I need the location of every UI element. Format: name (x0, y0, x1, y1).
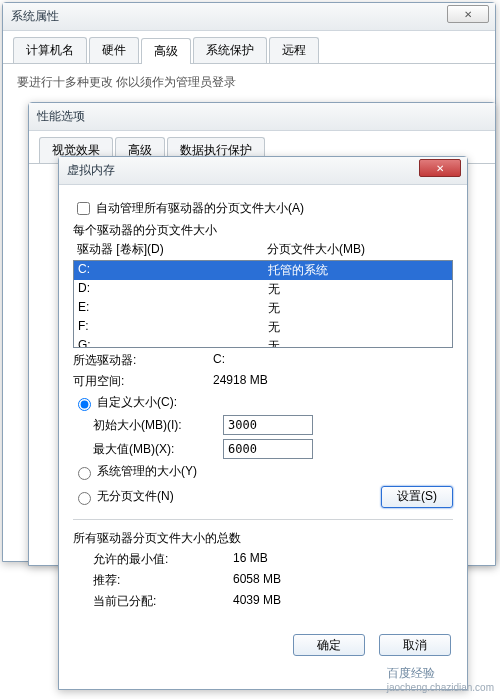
drive-row[interactable]: D:无 (74, 280, 452, 299)
drive-paging-value: 无 (268, 281, 448, 298)
auto-manage-checkbox[interactable] (77, 202, 90, 215)
tab-remote[interactable]: 远程 (269, 37, 319, 63)
available-space-label: 可用空间: (73, 373, 213, 390)
drive-letter: E: (78, 300, 268, 317)
drive-paging-value: 无 (268, 300, 448, 317)
sysprops-tabs: 计算机名 硬件 高级 系统保护 远程 (3, 31, 495, 64)
header-drive: 驱动器 [卷标](D) (77, 241, 267, 258)
vm-title: 虚拟内存 (67, 162, 115, 179)
drive-list-header: 驱动器 [卷标](D) 分页文件大小(MB) (73, 239, 453, 260)
allocated-row: 当前已分配: 4039 MB (93, 593, 453, 610)
sysprops-body: 要进行十多种更改 你以须作为管理员登录 (3, 64, 495, 101)
no-paging-row: 无分页文件(N) (73, 488, 174, 505)
max-size-input[interactable] (223, 439, 313, 459)
admin-note: 要进行十多种更改 你以须作为管理员登录 (17, 74, 481, 91)
recommended-label: 推荐: (93, 572, 233, 589)
custom-size-row: 自定义大小(C): (73, 394, 453, 411)
min-allowed-label: 允许的最小值: (93, 551, 233, 568)
min-allowed-row: 允许的最小值: 16 MB (93, 551, 453, 568)
perf-titlebar: 性能选项 (29, 103, 495, 131)
initial-size-input[interactable] (223, 415, 313, 435)
cancel-button[interactable]: 取消 (379, 634, 451, 656)
custom-size-label: 自定义大小(C): (97, 394, 177, 411)
drive-row[interactable]: E:无 (74, 299, 452, 318)
selected-drive-row: 所选驱动器: C: (73, 352, 453, 369)
set-button[interactable]: 设置(S) (381, 486, 453, 508)
initial-size-label: 初始大小(MB)(I): (93, 417, 223, 434)
no-paging-radio[interactable] (78, 492, 91, 505)
drive-row[interactable]: C:托管的系统 (74, 261, 452, 280)
tab-hardware[interactable]: 硬件 (89, 37, 139, 63)
max-size-row: 最大值(MB)(X): (93, 439, 453, 459)
selected-drive-label: 所选驱动器: (73, 352, 213, 369)
sysprops-titlebar: 系统属性 ✕ (3, 3, 495, 31)
custom-size-radio[interactable] (78, 398, 91, 411)
per-drive-label: 每个驱动器的分页文件大小 (73, 222, 453, 239)
sysprops-title: 系统属性 (11, 8, 59, 25)
system-managed-row: 系统管理的大小(Y) (73, 463, 453, 480)
drive-letter: C: (78, 262, 268, 279)
separator (73, 519, 453, 520)
drive-letter: F: (78, 319, 268, 336)
system-managed-radio[interactable] (78, 467, 91, 480)
perf-title: 性能选项 (37, 108, 85, 125)
vm-body: 自动管理所有驱动器的分页文件大小(A) 每个驱动器的分页文件大小 驱动器 [卷标… (59, 185, 467, 624)
drive-paging-value: 无 (268, 319, 448, 336)
vm-button-row: 确定 取消 (59, 624, 467, 666)
allocated-label: 当前已分配: (93, 593, 233, 610)
drive-paging-value: 无 (268, 338, 448, 348)
header-size: 分页文件大小(MB) (267, 241, 365, 258)
close-icon[interactable]: ✕ (447, 5, 489, 23)
drive-row[interactable]: F:无 (74, 318, 452, 337)
drive-paging-value: 托管的系统 (268, 262, 448, 279)
close-icon[interactable]: ✕ (419, 159, 461, 177)
available-space-row: 可用空间: 24918 MB (73, 373, 453, 390)
allocated-value: 4039 MB (233, 593, 281, 610)
drive-letter: G: (78, 338, 268, 348)
tab-computer-name[interactable]: 计算机名 (13, 37, 87, 63)
drive-list[interactable]: C:托管的系统D:无E:无F:无G:无 (73, 260, 453, 348)
tab-advanced[interactable]: 高级 (141, 38, 191, 64)
initial-size-row: 初始大小(MB)(I): (93, 415, 453, 435)
recommended-row: 推荐: 6058 MB (93, 572, 453, 589)
drive-letter: D: (78, 281, 268, 298)
selected-drive-value: C: (213, 352, 225, 369)
drive-row[interactable]: G:无 (74, 337, 452, 348)
tab-system-protection[interactable]: 系统保护 (193, 37, 267, 63)
totals-title: 所有驱动器分页文件大小的总数 (73, 530, 453, 547)
recommended-value: 6058 MB (233, 572, 281, 589)
virtual-memory-window: 虚拟内存 ✕ 自动管理所有驱动器的分页文件大小(A) 每个驱动器的分页文件大小 … (58, 156, 468, 690)
vm-titlebar: 虚拟内存 ✕ (59, 157, 467, 185)
ok-button[interactable]: 确定 (293, 634, 365, 656)
max-size-label: 最大值(MB)(X): (93, 441, 223, 458)
auto-manage-row: 自动管理所有驱动器的分页文件大小(A) (73, 199, 453, 218)
no-paging-label: 无分页文件(N) (97, 488, 174, 505)
system-managed-label: 系统管理的大小(Y) (97, 463, 197, 480)
min-allowed-value: 16 MB (233, 551, 268, 568)
available-space-value: 24918 MB (213, 373, 268, 390)
auto-manage-label: 自动管理所有驱动器的分页文件大小(A) (96, 200, 304, 217)
